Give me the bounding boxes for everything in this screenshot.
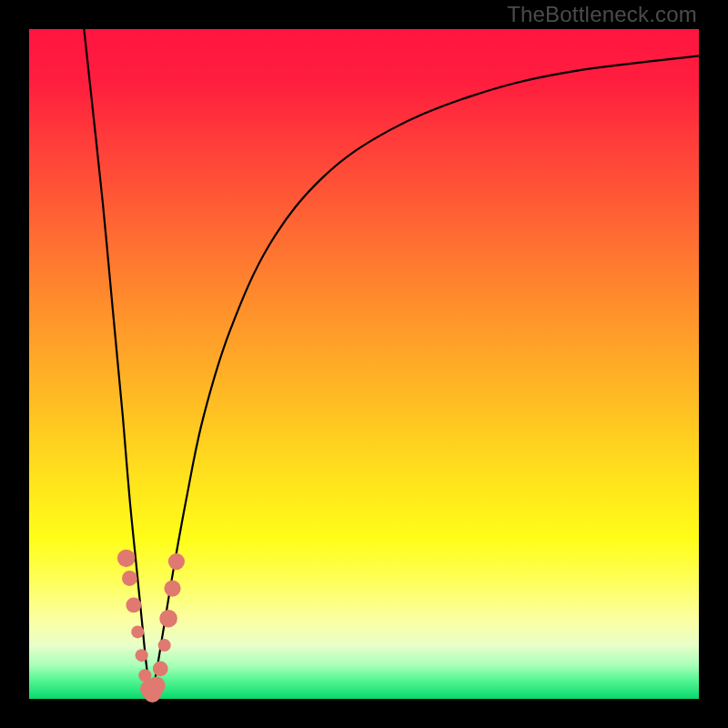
data-marker — [131, 625, 144, 638]
series-layer — [84, 29, 699, 699]
data-marker — [147, 676, 166, 694]
chart-svg — [0, 0, 728, 728]
curve-left-branch — [84, 29, 151, 699]
data-marker — [117, 550, 136, 568]
data-marker — [164, 580, 180, 596]
data-marker — [136, 649, 148, 662]
data-marker — [153, 661, 168, 676]
data-marker — [168, 553, 185, 570]
marker-layer — [117, 550, 185, 703]
data-marker — [158, 639, 171, 652]
curve-right-branch — [151, 56, 699, 699]
data-marker — [126, 598, 141, 613]
data-marker — [159, 610, 177, 628]
data-marker — [122, 571, 137, 586]
